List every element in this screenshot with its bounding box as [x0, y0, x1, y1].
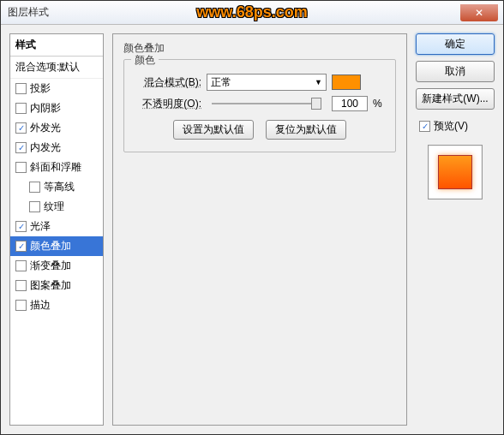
dialog-body: 样式 混合选项:默认 投影内阴影外发光内发光斜面和浮雕等高线纹理光泽颜色叠加渐变… — [1, 25, 503, 434]
style-checkbox[interactable] — [15, 221, 27, 232]
style-item-5[interactable]: 等高线 — [10, 177, 103, 197]
style-label: 内阴影 — [30, 101, 61, 116]
close-button[interactable]: ✕ — [460, 4, 498, 21]
set-default-button[interactable]: 设置为默认值 — [173, 120, 254, 140]
style-checkbox[interactable] — [15, 300, 27, 311]
style-label: 外发光 — [30, 121, 61, 135]
styles-header[interactable]: 样式 — [10, 34, 103, 57]
preview-checkbox[interactable] — [419, 121, 430, 132]
new-style-button[interactable]: 新建样式(W)... — [416, 88, 495, 110]
style-checkbox[interactable] — [29, 201, 40, 212]
preview-row[interactable]: 预览(V) — [416, 119, 495, 134]
close-icon: ✕ — [475, 7, 483, 19]
opacity-unit: % — [373, 98, 385, 110]
style-item-3[interactable]: 内发光 — [10, 138, 103, 158]
watermark: www.68ps.com — [196, 3, 307, 21]
style-checkbox[interactable] — [15, 122, 27, 134]
layer-style-dialog: 图层样式 www.68ps.com ✕ 样式 混合选项:默认 投影内阴影外发光内… — [0, 0, 504, 435]
blend-mode-select[interactable]: 正常 ▼ — [207, 74, 327, 91]
default-buttons-row: 设置为默认值 复位为默认值 — [135, 120, 385, 140]
blend-mode-label: 混合模式(B): — [135, 75, 201, 90]
slider-thumb[interactable] — [311, 98, 321, 110]
blend-mode-value: 正常 — [211, 75, 231, 90]
preview-swatch — [438, 155, 472, 189]
color-swatch[interactable] — [332, 74, 361, 90]
style-item-2[interactable]: 外发光 — [10, 118, 103, 138]
style-checkbox[interactable] — [15, 103, 27, 114]
ok-button[interactable]: 确定 — [416, 33, 495, 55]
style-checkbox[interactable] — [15, 142, 27, 153]
style-item-6[interactable]: 纹理 — [10, 197, 103, 217]
window-title: 图层样式 — [1, 5, 49, 20]
color-group: 颜色 混合模式(B): 正常 ▼ 不透明度(O): 100 % — [123, 59, 396, 152]
opacity-input[interactable]: 100 — [332, 96, 368, 111]
style-item-9[interactable]: 渐变叠加 — [10, 256, 103, 276]
style-checkbox[interactable] — [15, 162, 27, 173]
style-label: 等高线 — [44, 180, 75, 194]
style-label: 投影 — [30, 81, 51, 96]
style-label: 图案叠加 — [30, 278, 71, 293]
styles-list: 样式 混合选项:默认 投影内阴影外发光内发光斜面和浮雕等高线纹理光泽颜色叠加渐变… — [9, 33, 104, 426]
settings-panel: 颜色叠加 颜色 混合模式(B): 正常 ▼ 不透明度(O): 100 — [112, 33, 407, 426]
preview-box — [428, 145, 483, 200]
style-item-11[interactable]: 描边 — [10, 295, 103, 315]
style-label: 描边 — [30, 298, 51, 313]
style-item-7[interactable]: 光泽 — [10, 217, 103, 236]
opacity-slider[interactable] — [212, 103, 321, 104]
reset-default-button[interactable]: 复位为默认值 — [266, 120, 346, 140]
style-checkbox[interactable] — [29, 182, 40, 193]
style-label: 光泽 — [30, 219, 51, 234]
group-legend: 颜色 — [131, 53, 159, 68]
style-label: 斜面和浮雕 — [30, 160, 81, 175]
style-checkbox[interactable] — [15, 260, 27, 271]
chevron-down-icon: ▼ — [315, 78, 322, 86]
style-label: 颜色叠加 — [30, 239, 71, 253]
panel-title: 颜色叠加 — [123, 41, 396, 56]
blend-mode-row: 混合模式(B): 正常 ▼ — [135, 74, 385, 91]
preview-label: 预览(V) — [434, 119, 468, 134]
style-item-1[interactable]: 内阴影 — [10, 98, 103, 118]
style-label: 渐变叠加 — [30, 259, 71, 273]
style-label: 内发光 — [30, 140, 61, 155]
titlebar[interactable]: 图层样式 www.68ps.com ✕ — [1, 1, 503, 25]
opacity-row: 不透明度(O): 100 % — [135, 96, 385, 111]
blending-options-default[interactable]: 混合选项:默认 — [10, 57, 103, 79]
style-checkbox[interactable] — [15, 83, 27, 94]
style-label: 纹理 — [44, 200, 64, 214]
opacity-label: 不透明度(O): — [135, 97, 201, 111]
style-item-8[interactable]: 颜色叠加 — [10, 236, 103, 256]
cancel-button[interactable]: 取消 — [416, 61, 495, 82]
style-item-4[interactable]: 斜面和浮雕 — [10, 158, 103, 177]
style-checkbox[interactable] — [15, 280, 27, 291]
style-item-0[interactable]: 投影 — [10, 79, 103, 98]
style-item-10[interactable]: 图案叠加 — [10, 276, 103, 295]
style-checkbox[interactable] — [15, 241, 27, 252]
right-button-column: 确定 取消 新建样式(W)... 预览(V) — [416, 33, 495, 426]
